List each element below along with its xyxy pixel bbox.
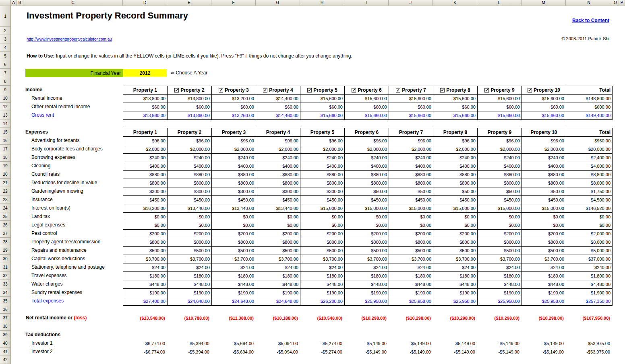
expenses-cell-r8-c7[interactable]: $450.00 bbox=[389, 196, 433, 204]
expenses-cell-r12-c3[interactable]: $200.00 bbox=[212, 230, 256, 238]
income-header-2[interactable]: ✓Property 2 bbox=[168, 86, 212, 95]
expenses-cell-r4-c10[interactable]: $400.00 bbox=[522, 162, 566, 171]
investor-2-cell-2[interactable]: -$5,394.00 bbox=[167, 348, 211, 356]
expenses-cell-r11-c1[interactable]: $0.00 bbox=[123, 221, 168, 230]
row-header-7[interactable]: 7 bbox=[0, 69, 11, 77]
expenses-cell-r12-c4[interactable]: $200.00 bbox=[256, 230, 300, 238]
income-cell-r1-c10[interactable]: $15,600.00 bbox=[522, 95, 566, 103]
row-header-22[interactable]: 22 bbox=[0, 187, 11, 195]
expenses-cell-r16-c6[interactable]: $24.00 bbox=[345, 263, 389, 272]
income-cell-r1-c6[interactable]: $15,600.00 bbox=[345, 95, 389, 103]
income-cell-r3-c1[interactable]: $13,860.00 bbox=[123, 111, 168, 120]
expenses-cell-r19-c8[interactable]: $190.00 bbox=[433, 289, 478, 297]
expenses-cell-r6-c6[interactable]: $800.00 bbox=[345, 179, 389, 187]
expenses-cell-r4-c1[interactable]: $400.00 bbox=[123, 162, 168, 171]
row-header-5[interactable]: 5 bbox=[0, 52, 11, 60]
expenses-header-10[interactable]: Property 10 bbox=[522, 128, 566, 137]
row-header-13[interactable]: 13 bbox=[0, 111, 11, 119]
expenses-cell-r14-c1[interactable]: $500.00 bbox=[123, 247, 168, 255]
expenses-cell-r17-c3[interactable]: $180.00 bbox=[212, 272, 256, 280]
net-cell-8[interactable]: ($10,298.00) bbox=[433, 314, 477, 322]
expenses-cell-r19-c7[interactable]: $190.00 bbox=[389, 289, 433, 297]
income-cell-r1-c1[interactable]: $13,800.00 bbox=[123, 95, 168, 103]
expenses-cell-r11-c9[interactable]: $0.00 bbox=[478, 221, 522, 230]
expenses-cell-r4-c7[interactable]: $400.00 bbox=[389, 162, 433, 171]
expenses-cell-r15-c5[interactable]: $3,700.00 bbox=[300, 255, 345, 263]
expenses-cell-r14-c2[interactable]: $500.00 bbox=[168, 247, 212, 255]
expenses-cell-r16-c9[interactable]: $24.00 bbox=[478, 263, 522, 272]
expenses-cell-r15-c6[interactable]: $3,700.00 bbox=[345, 255, 389, 263]
expenses-cell-r12-c11[interactable]: $2,000.00 bbox=[566, 230, 613, 238]
expenses-cell-r3-c6[interactable]: $240.00 bbox=[345, 154, 389, 162]
expenses-cell-r7-c11[interactable]: $1,750.00 bbox=[566, 187, 613, 196]
income-header-4[interactable]: ✓Property 4 bbox=[256, 86, 300, 95]
net-cell-11[interactable]: ($107,950.00) bbox=[566, 314, 612, 322]
expenses-header-11[interactable]: Total bbox=[566, 128, 613, 137]
back-to-content-link[interactable]: Back to Content bbox=[572, 18, 609, 23]
expenses-cell-r7-c4[interactable]: $300.00 bbox=[256, 187, 300, 196]
expenses-cell-r11-c4[interactable]: $0.00 bbox=[256, 221, 300, 230]
expenses-cell-r9-c10[interactable]: $15,000.00 bbox=[522, 204, 566, 213]
row-header-39[interactable]: 39 bbox=[0, 331, 11, 339]
expenses-cell-r13-c3[interactable]: $800.00 bbox=[212, 238, 256, 247]
expenses-cell-r19-c6[interactable]: $190.00 bbox=[345, 289, 389, 297]
column-header-D[interactable]: D bbox=[123, 0, 167, 6]
income-cell-r1-c4[interactable]: $14,400.00 bbox=[256, 95, 300, 103]
expenses-cell-r3-c2[interactable]: $240.00 bbox=[168, 154, 212, 162]
row-header-17[interactable]: 17 bbox=[0, 145, 11, 153]
expenses-cell-r13-c7[interactable]: $800.00 bbox=[389, 238, 433, 247]
income-cell-r3-c8[interactable]: $15,660.00 bbox=[433, 111, 478, 120]
expenses-cell-r6-c3[interactable]: $800.00 bbox=[212, 179, 256, 187]
expenses-cell-r18-c2[interactable]: $448.00 bbox=[168, 280, 212, 289]
row-header-2[interactable]: 2 bbox=[0, 27, 11, 35]
expenses-cell-r10-c7[interactable]: $0.00 bbox=[389, 213, 433, 221]
expenses-cell-r13-c6[interactable]: $800.00 bbox=[345, 238, 389, 247]
net-cell-5[interactable]: ($10,548.00) bbox=[300, 314, 344, 322]
expenses-cell-r16-c1[interactable]: $24.00 bbox=[123, 263, 168, 272]
net-cell-9[interactable]: ($10,298.00) bbox=[477, 314, 522, 322]
column-header-K[interactable]: K bbox=[433, 0, 477, 6]
expenses-cell-r5-c10[interactable]: $880.00 bbox=[522, 171, 566, 179]
expenses-cell-r11-c10[interactable]: $0.00 bbox=[522, 221, 566, 230]
checkbox-income-property-3[interactable]: ✓ bbox=[219, 88, 223, 93]
expenses-cell-r1-c11[interactable]: $960.00 bbox=[566, 137, 613, 145]
column-header-I[interactable]: I bbox=[344, 0, 389, 6]
expenses-cell-r19-c11[interactable]: $1,900.00 bbox=[566, 289, 613, 297]
financial-year-input-cell[interactable]: 2012 bbox=[123, 69, 167, 77]
expenses-cell-r5-c5[interactable]: $880.00 bbox=[300, 171, 345, 179]
expenses-cell-r16-c11[interactable]: $240.00 bbox=[566, 263, 613, 272]
expenses-cell-r5-c2[interactable]: $880.00 bbox=[168, 171, 212, 179]
expenses-cell-r18-c4[interactable]: $448.00 bbox=[256, 280, 300, 289]
expenses-cell-r7-c6[interactable]: $50.00 bbox=[345, 187, 389, 196]
expenses-cell-r10-c8[interactable]: $0.00 bbox=[433, 213, 478, 221]
row-header-19[interactable]: 19 bbox=[0, 162, 11, 170]
row-header-18[interactable]: 18 bbox=[0, 153, 11, 162]
expenses-cell-r17-c1[interactable]: $180.00 bbox=[123, 272, 168, 280]
expenses-cell-r15-c11[interactable]: $37,000.00 bbox=[566, 255, 613, 263]
expenses-cell-r13-c2[interactable]: $800.00 bbox=[168, 238, 212, 247]
expenses-cell-r5-c9[interactable]: $880.00 bbox=[478, 171, 522, 179]
expenses-cell-r8-c3[interactable]: $450.00 bbox=[212, 196, 256, 204]
expenses-cell-r18-c8[interactable]: $448.00 bbox=[433, 280, 478, 289]
expenses-header-2[interactable]: Property 2 bbox=[168, 128, 212, 137]
expenses-cell-r2-c11[interactable]: $20,000.00 bbox=[566, 145, 613, 154]
investor-2-cell-11[interactable]: -$53,975.00 bbox=[566, 348, 612, 356]
expenses-cell-r16-c4[interactable]: $24.00 bbox=[256, 263, 300, 272]
expenses-cell-r4-c2[interactable]: $400.00 bbox=[168, 162, 212, 171]
row-header-8[interactable]: 8 bbox=[0, 77, 11, 86]
expenses-cell-r9-c2[interactable]: $13,440.00 bbox=[168, 204, 212, 213]
income-header-11[interactable]: Total bbox=[566, 86, 613, 95]
expenses-cell-r8-c8[interactable]: $450.00 bbox=[433, 196, 478, 204]
expenses-cell-r10-c1[interactable]: $0.00 bbox=[123, 213, 168, 221]
expenses-cell-r5-c7[interactable]: $880.00 bbox=[389, 171, 433, 179]
row-header-34[interactable]: 34 bbox=[0, 288, 11, 297]
expenses-cell-r9-c11[interactable]: $146,520.00 bbox=[566, 204, 613, 213]
expenses-cell-r4-c8[interactable]: $400.00 bbox=[433, 162, 478, 171]
row-header-28[interactable]: 28 bbox=[0, 238, 11, 246]
net-cell-10[interactable]: ($10,298.00) bbox=[522, 314, 566, 322]
expenses-cell-r17-c4[interactable]: $180.00 bbox=[256, 272, 300, 280]
investor-1-cell-11[interactable]: -$53,975.00 bbox=[566, 339, 612, 348]
expenses-cell-r17-c6[interactable]: $180.00 bbox=[345, 272, 389, 280]
expenses-cell-r18-c5[interactable]: $448.00 bbox=[300, 280, 345, 289]
expenses-cell-r12-c6[interactable]: $200.00 bbox=[345, 230, 389, 238]
